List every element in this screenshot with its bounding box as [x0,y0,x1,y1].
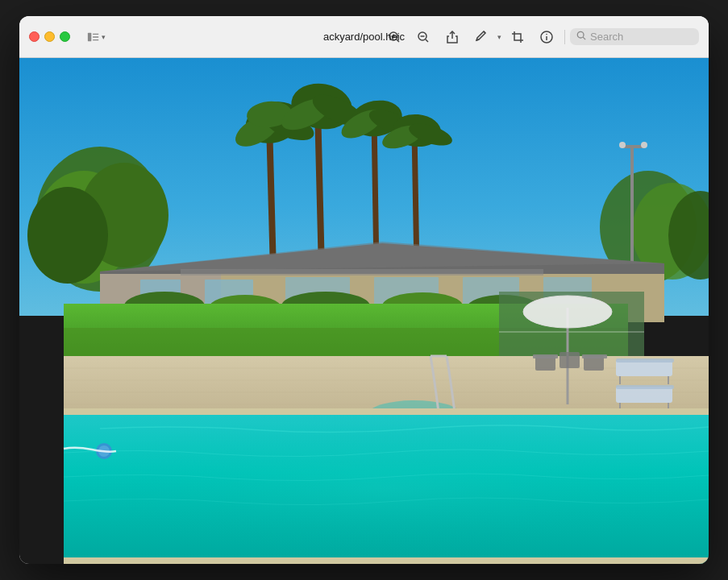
titlebar: ▾ ackyard/pool.heic [19,16,709,58]
preview-window: ▾ ackyard/pool.heic [19,16,709,564]
info-button[interactable] [534,25,560,49]
svg-rect-98 [64,408,709,415]
crop-icon [511,31,524,44]
sidebar-toggle-button[interactable]: ▾ [81,25,110,49]
svg-line-18 [583,37,585,39]
traffic-lights [29,31,70,42]
svg-rect-86 [533,354,558,358]
svg-line-13 [476,39,479,40]
close-button[interactable] [29,31,40,42]
svg-point-17 [577,31,584,38]
titlebar-right: ▾ [381,25,699,49]
search-icon [576,31,586,43]
info-circle-icon [540,31,553,44]
svg-rect-91 [616,358,674,362]
svg-rect-95 [616,385,674,389]
zoom-out-icon [417,31,430,44]
pool-image [19,58,709,564]
svg-rect-87 [560,352,580,368]
svg-rect-79 [64,412,709,564]
svg-point-16 [546,33,547,35]
markup-chevron-icon[interactable]: ▾ [497,33,501,41]
search-bar[interactable] [570,28,699,45]
svg-line-24 [269,122,273,271]
sidebar-chevron-icon: ▾ [102,33,106,41]
share-icon [446,31,459,44]
markup-button[interactable] [468,25,494,49]
maximize-button[interactable] [60,31,70,42]
minimize-button[interactable] [44,31,55,42]
toolbar-divider [564,30,565,44]
titlebar-left: ▾ [29,25,110,49]
share-button[interactable] [439,25,465,49]
markup-pencil-icon [475,31,488,44]
svg-rect-89 [582,354,607,358]
zoom-out-button[interactable] [410,25,436,49]
svg-rect-58 [181,269,543,276]
image-viewer [19,58,709,564]
svg-rect-0 [87,32,90,41]
window-title: ackyard/pool.heic [323,31,405,43]
crop-button[interactable] [505,25,530,49]
search-input[interactable] [590,31,687,43]
svg-point-46 [619,142,626,148]
svg-line-10 [426,39,428,42]
svg-point-47 [641,142,647,148]
svg-rect-99 [64,557,709,564]
svg-line-29 [318,106,322,271]
svg-line-12 [484,31,485,33]
svg-point-23 [27,187,108,284]
sidebar-icon [87,31,100,44]
